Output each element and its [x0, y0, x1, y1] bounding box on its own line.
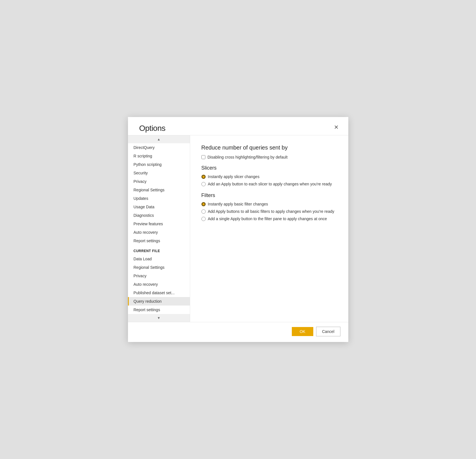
filter-radio-row-1: Add Apply buttons to all basic filters t…	[201, 209, 337, 214]
dialog-footer: OK Cancel	[128, 322, 348, 342]
scroll-up-button[interactable]: ▲	[128, 135, 190, 143]
filters-radio-group: Instantly apply basic filter changesAdd …	[201, 202, 337, 221]
sidebar-item-auto-recovery[interactable]: Auto recovery	[128, 228, 190, 237]
filter-radio-1[interactable]	[201, 209, 206, 214]
close-button[interactable]: ✕	[332, 124, 340, 131]
slicer-radio-1[interactable]	[201, 182, 206, 186]
sidebar-item-updates[interactable]: Updates	[128, 194, 190, 203]
slicers-radio-group: Instantly apply slicer changesAdd an App…	[201, 174, 337, 186]
filter-radio-0[interactable]	[201, 202, 206, 206]
sidebar-item-report-settings[interactable]: Report settings	[128, 237, 190, 245]
cross-highlight-row: Disabling cross highlighting/filtering b…	[201, 155, 337, 159]
scroll-down-button[interactable]: ▼	[128, 314, 190, 322]
sidebar-item-diagnostics[interactable]: Diagnostics	[128, 211, 190, 220]
sidebar-item-data-load[interactable]: Data Load	[128, 255, 190, 263]
sidebar-item-cf-auto-recovery[interactable]: Auto recovery	[128, 280, 190, 289]
ok-button[interactable]: OK	[292, 327, 313, 336]
sidebar-item-published-dataset[interactable]: Published dataset set...	[128, 289, 190, 297]
cancel-button[interactable]: Cancel	[316, 327, 340, 336]
main-content: Reduce number of queries sent by Disabli…	[190, 135, 348, 322]
options-dialog: Options ✕ ▲ DirectQueryR scriptingPython…	[128, 117, 348, 342]
filter-radio-label-0[interactable]: Instantly apply basic filter changes	[208, 202, 268, 206]
slicer-radio-0[interactable]	[201, 175, 206, 179]
sidebar-item-query-reduction[interactable]: Query reduction	[128, 297, 190, 306]
cross-highlight-checkbox[interactable]	[201, 155, 205, 159]
sidebar-item-security[interactable]: Security	[128, 169, 190, 177]
filter-radio-row-0: Instantly apply basic filter changes	[201, 202, 337, 206]
filter-radio-2[interactable]	[201, 217, 206, 221]
sidebar-item-preview-features[interactable]: Preview features	[128, 220, 190, 228]
sidebar: ▲ DirectQueryR scriptingPython scripting…	[128, 135, 190, 322]
dialog-body: ▲ DirectQueryR scriptingPython scripting…	[128, 135, 348, 322]
filter-radio-label-1[interactable]: Add Apply buttons to all basic filters t…	[208, 209, 334, 214]
dialog-title: Options	[139, 124, 166, 133]
sidebar-item-cf-regional-settings[interactable]: Regional Settings	[128, 263, 190, 272]
sidebar-item-usage-data[interactable]: Usage Data	[128, 203, 190, 211]
filter-radio-row-2: Add a single Apply button to the filter …	[201, 216, 337, 221]
sidebar-global-section: DirectQueryR scriptingPython scriptingSe…	[128, 143, 190, 245]
page-title: Reduce number of queries sent by	[201, 144, 337, 151]
sidebar-item-privacy[interactable]: Privacy	[128, 177, 190, 186]
dialog-header: Options ✕	[128, 117, 348, 135]
filter-radio-label-2[interactable]: Add a single Apply button to the filter …	[208, 216, 327, 221]
sidebar-item-r-scripting[interactable]: R scripting	[128, 152, 190, 160]
sidebar-item-regional-settings[interactable]: Regional Settings	[128, 186, 190, 194]
sidebar-item-directquery[interactable]: DirectQuery	[128, 143, 190, 152]
filters-title: Filters	[201, 192, 337, 198]
chevron-down-icon: ▼	[157, 316, 160, 320]
chevron-up-icon: ▲	[157, 137, 160, 141]
cross-highlight-label[interactable]: Disabling cross highlighting/filtering b…	[208, 155, 288, 159]
slicer-radio-row-0: Instantly apply slicer changes	[201, 174, 337, 179]
slicer-radio-row-1: Add an Apply button to each slicer to ap…	[201, 182, 337, 186]
sidebar-scroll[interactable]: DirectQueryR scriptingPython scriptingSe…	[128, 143, 190, 314]
current-file-header: CURRENT FILE	[128, 245, 190, 255]
sidebar-item-python-scripting[interactable]: Python scripting	[128, 160, 190, 169]
slicer-radio-label-0[interactable]: Instantly apply slicer changes	[208, 174, 260, 179]
slicers-title: Slicers	[201, 165, 337, 171]
sidebar-item-cf-privacy[interactable]: Privacy	[128, 272, 190, 280]
sidebar-current-file-section: Data LoadRegional SettingsPrivacyAuto re…	[128, 255, 190, 314]
slicer-radio-label-1[interactable]: Add an Apply button to each slicer to ap…	[208, 182, 332, 186]
sidebar-item-cf-report-settings[interactable]: Report settings	[128, 306, 190, 314]
